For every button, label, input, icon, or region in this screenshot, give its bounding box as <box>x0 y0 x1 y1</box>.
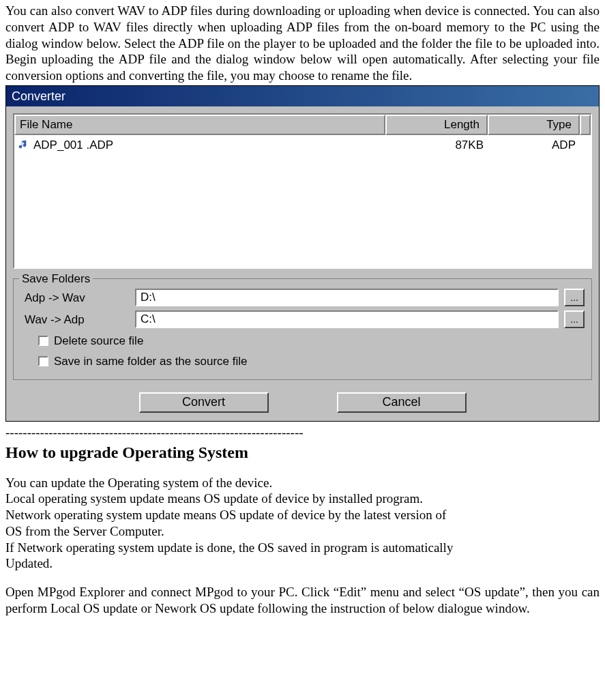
cell-filename: ADP_001 .ADP <box>14 136 388 154</box>
cell-length: 87KB <box>388 136 490 154</box>
save-folders-legend: Save Folders <box>19 272 93 286</box>
browse-adp-wav-button[interactable]: ... <box>564 289 585 306</box>
wav-adp-path-input[interactable] <box>135 310 559 328</box>
delete-source-checkbox[interactable] <box>38 336 48 346</box>
file-list-area: File Name Length Type ADP_001 .ADP 87KB … <box>6 106 599 274</box>
table-row[interactable]: ADP_001 .ADP 87KB ADP <box>14 135 591 155</box>
body-line: Local operating system update means OS u… <box>5 491 600 507</box>
body-line: You can update the Operating system of t… <box>5 475 600 491</box>
convert-button[interactable]: Convert <box>139 392 269 413</box>
converter-dialog: Converter File Name Length Type ADP_001 … <box>5 85 600 422</box>
adp-wav-row: Adp -> Wav ... <box>20 289 585 306</box>
cancel-button[interactable]: Cancel <box>337 392 467 413</box>
adp-wav-path-input[interactable] <box>135 289 559 306</box>
save-folders-fieldset: Save Folders Adp -> Wav ... Wav -> Adp .… <box>13 278 592 380</box>
save-folders-area: Save Folders Adp -> Wav ... Wav -> Adp .… <box>6 278 599 385</box>
dialog-titlebar: Converter <box>6 86 599 107</box>
final-paragraph: Open MPgod Explorer and connect MPgod to… <box>5 584 600 617</box>
wav-adp-row: Wav -> Adp ... <box>20 310 585 328</box>
separator-line: ----------------------------------------… <box>5 424 600 441</box>
col-header-length[interactable]: Length <box>385 115 488 134</box>
browse-wav-adp-button[interactable]: ... <box>564 310 585 328</box>
col-header-type[interactable]: Type <box>488 115 580 134</box>
col-header-end <box>580 115 591 134</box>
file-list-header: File Name Length Type <box>14 115 591 134</box>
wav-adp-label: Wav -> Adp <box>20 312 130 327</box>
same-folder-row: Save in same folder as the source file <box>38 354 585 368</box>
body-line: OS from the Server Computer. <box>5 523 600 540</box>
col-header-filename[interactable]: File Name <box>14 115 385 134</box>
file-list[interactable]: File Name Length Type ADP_001 .ADP 87KB … <box>13 113 592 269</box>
delete-source-row: Delete source file <box>38 334 585 348</box>
delete-source-label: Delete source file <box>54 334 143 348</box>
body-line: Network operating system update means OS… <box>5 507 600 523</box>
dialog-button-row: Convert Cancel <box>6 385 599 421</box>
music-file-icon <box>18 139 29 150</box>
same-folder-checkbox[interactable] <box>38 356 48 366</box>
section-heading: How to upgrade Operating System <box>5 442 600 463</box>
intro-paragraph: You can also convert WAV to ADP files du… <box>5 3 600 84</box>
adp-wav-label: Adp -> Wav <box>20 291 130 305</box>
same-folder-label: Save in same folder as the source file <box>54 354 247 368</box>
body-text-block: You can update the Operating system of t… <box>5 475 600 572</box>
cell-end <box>582 136 591 154</box>
cell-filename-text: ADP_001 .ADP <box>33 138 113 152</box>
body-line: If Network operating system update is do… <box>5 540 600 556</box>
body-line: Updated. <box>5 555 600 572</box>
cell-type: ADP <box>490 136 582 154</box>
